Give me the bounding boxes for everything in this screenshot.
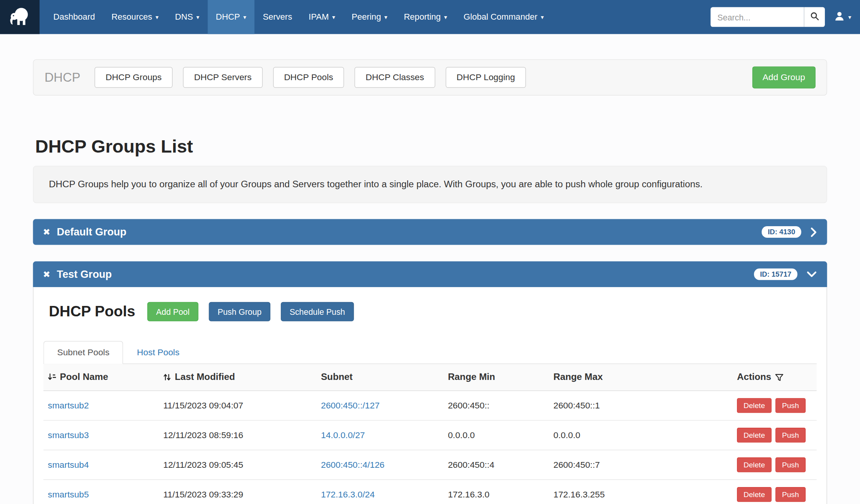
nav-item-dashboard[interactable]: Dashboard xyxy=(45,0,103,34)
dhcp-toolbar: DHCP DHCP GroupsDHCP ServersDHCP PoolsDH… xyxy=(33,59,827,96)
table-row: smartsub4 12/11/2023 09:05:45 2600:450::… xyxy=(44,450,817,480)
push-button[interactable]: Push xyxy=(776,487,806,502)
range-max-cell: 172.16.3.255 xyxy=(549,482,733,504)
group-id-badge: ID: 15717 xyxy=(754,269,798,280)
last-modified-cell: 12/11/2023 09:05:45 xyxy=(159,453,317,477)
group-id-badge: ID: 4130 xyxy=(762,226,801,238)
delete-button-label: Delete xyxy=(744,402,765,410)
header-label: Range Min xyxy=(448,372,495,383)
delete-button[interactable]: Delete xyxy=(737,428,772,442)
navbar-right: ▾ xyxy=(711,0,860,34)
chevron-down-icon[interactable] xyxy=(806,271,817,278)
push-group-button[interactable]: Push Group xyxy=(209,302,270,321)
add-group-button[interactable]: Add Group xyxy=(752,66,815,88)
push-button[interactable]: Push xyxy=(776,428,806,442)
pools-tabs: Subnet Pools Host Pools xyxy=(44,341,817,364)
chevron-right-icon[interactable] xyxy=(810,227,817,238)
delete-button[interactable]: Delete xyxy=(737,487,772,502)
page-description: DHCP Groups help you to organize all of … xyxy=(33,166,827,203)
last-modified-cell: 12/11/2023 08:59:16 xyxy=(159,423,317,447)
caret-down-icon: ▾ xyxy=(332,13,335,21)
subnet-link[interactable]: 2600:450::/127 xyxy=(321,401,379,410)
schedule-push-button[interactable]: Schedule Push xyxy=(281,302,354,321)
user-menu[interactable]: ▾ xyxy=(834,10,851,24)
delete-button-label: Delete xyxy=(744,491,765,499)
pools-header: DHCP Pools Add Pool Push Group Schedule … xyxy=(49,302,817,321)
table-header-pool-name[interactable]: Pool Name xyxy=(44,364,159,390)
nav-item-reporting[interactable]: Reporting▾ xyxy=(396,0,455,34)
push-button[interactable]: Push xyxy=(776,398,806,413)
table-header-actions: Actions xyxy=(733,364,817,390)
nav-item-label: Servers xyxy=(263,12,292,22)
delete-button[interactable]: Delete xyxy=(737,398,772,413)
table-row: smartsub3 12/11/2023 08:59:16 14.0.0.0/2… xyxy=(44,421,817,450)
search-group xyxy=(711,7,825,27)
toolbar-button-dhcp-groups[interactable]: DHCP Groups xyxy=(94,67,172,88)
nav-item-dhcp[interactable]: DHCP▾ xyxy=(207,0,255,34)
close-icon[interactable]: ✖ xyxy=(43,228,50,237)
subnet-link[interactable]: 2600:450::4/126 xyxy=(321,460,384,469)
group-name: Default Group xyxy=(57,226,126,238)
toolbar-title: DHCP xyxy=(44,70,80,85)
subnet-link[interactable]: 14.0.0.0/27 xyxy=(321,430,365,439)
pool-name-link[interactable]: smartsub2 xyxy=(48,401,89,410)
pool-name-link[interactable]: smartsub4 xyxy=(48,460,89,469)
header-label: Range Max xyxy=(553,372,603,383)
push-button-label: Push xyxy=(782,461,799,469)
push-button-label: Push xyxy=(782,402,799,410)
search-button[interactable] xyxy=(804,7,825,27)
group-bar-test-group[interactable]: ✖ Test Group ID: 15717 xyxy=(33,261,827,287)
push-button[interactable]: Push xyxy=(776,457,806,472)
app-root: DashboardResources▾DNS▾DHCP▾ServersIPAM▾… xyxy=(0,0,860,504)
nav-item-label: DHCP xyxy=(216,12,240,22)
caret-down-icon: ▾ xyxy=(541,13,544,21)
subnet-link[interactable]: 172.16.3.0/24 xyxy=(321,489,374,499)
delete-button-label: Delete xyxy=(744,431,765,439)
last-modified-cell: 11/15/2023 09:33:29 xyxy=(159,482,317,504)
nav-item-label: Reporting xyxy=(404,12,441,22)
navbar: DashboardResources▾DNS▾DHCP▾ServersIPAM▾… xyxy=(0,0,860,34)
toolbar-button-dhcp-classes[interactable]: DHCP Classes xyxy=(355,67,435,88)
caret-down-icon: ▾ xyxy=(444,13,447,21)
app-logo[interactable] xyxy=(0,0,40,34)
user-icon xyxy=(834,10,845,24)
search-input[interactable] xyxy=(711,7,804,27)
nav-item-peering[interactable]: Peering▾ xyxy=(343,0,395,34)
nav-item-dns[interactable]: DNS▾ xyxy=(167,0,207,34)
pool-name-link[interactable]: smartsub3 xyxy=(48,430,89,439)
group-bar-default-group[interactable]: ✖ Default Group ID: 4130 xyxy=(33,219,827,245)
tab-subnet-pools[interactable]: Subnet Pools xyxy=(44,341,123,364)
nav-item-ipam[interactable]: IPAM▾ xyxy=(300,0,344,34)
range-min-cell: 2600:450:: xyxy=(443,393,549,418)
pool-name-link[interactable]: smartsub5 xyxy=(48,489,89,499)
range-min-cell: 0.0.0.0 xyxy=(443,423,549,447)
toolbar-button-dhcp-logging[interactable]: DHCP Logging xyxy=(445,67,526,88)
table-header-range-max: Range Max xyxy=(549,364,733,390)
toolbar-button-dhcp-pools[interactable]: DHCP Pools xyxy=(273,67,344,88)
caret-down-icon: ▾ xyxy=(848,13,851,21)
group-bar-right: ID: 4130 xyxy=(762,226,817,238)
table-header-last-modified[interactable]: Last Modified xyxy=(159,364,317,390)
close-icon[interactable]: ✖ xyxy=(43,270,50,279)
nav-item-global-commander[interactable]: Global Commander▾ xyxy=(455,0,552,34)
filter-icon[interactable] xyxy=(775,373,784,381)
test-group-panel: DHCP Pools Add Pool Push Group Schedule … xyxy=(33,287,827,504)
range-max-cell: 2600:450::1 xyxy=(549,393,733,418)
dhcp-toolbar-buttons: DHCP GroupsDHCP ServersDHCP PoolsDHCP Cl… xyxy=(94,67,536,88)
toolbar-button-dhcp-servers[interactable]: DHCP Servers xyxy=(183,67,263,88)
push-button-label: Push xyxy=(782,431,799,439)
pools-table-header: Pool Name Last Modified Subnet Range M xyxy=(44,364,817,391)
last-modified-cell: 11/15/2023 09:04:07 xyxy=(159,393,317,418)
tab-host-pools[interactable]: Host Pools xyxy=(123,341,193,364)
add-pool-button[interactable]: Add Pool xyxy=(147,302,198,321)
nav-item-servers[interactable]: Servers xyxy=(255,0,300,34)
nav-item-label: Resources xyxy=(111,12,152,22)
header-label: Actions xyxy=(737,372,771,383)
push-button-label: Push xyxy=(782,491,799,499)
nav-item-resources[interactable]: Resources▾ xyxy=(103,0,167,34)
sort-icon xyxy=(163,373,171,382)
delete-button[interactable]: Delete xyxy=(737,457,772,472)
table-header-subnet: Subnet xyxy=(317,364,443,390)
range-max-cell: 0.0.0.0 xyxy=(549,423,733,447)
nav-item-label: Peering xyxy=(352,12,381,22)
